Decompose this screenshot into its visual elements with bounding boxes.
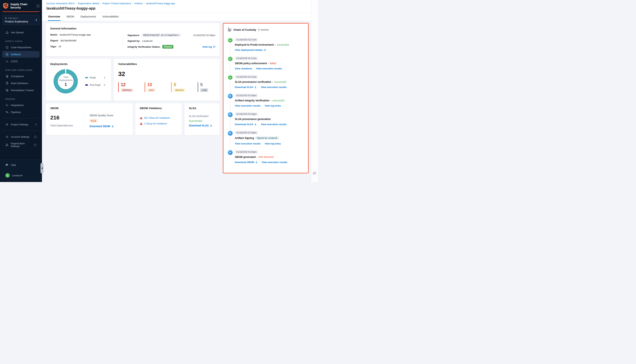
legend-value: 1 xyxy=(104,76,105,79)
view-execution-results-link[interactable]: View execution results xyxy=(262,161,288,164)
view-deployment-details-link[interactable]: View deployment details xyxy=(235,48,266,51)
sidebar-item-remediation-tracker[interactable]: Remediation Tracker xyxy=(2,87,40,94)
tabs-bar: Overview SBOM Deployments Vulnerabilitie… xyxy=(42,13,311,21)
view-execution-results-link[interactable]: View execution results xyxy=(256,67,282,70)
sidebar-item-project-settings[interactable]: ⚙ Project Settings xyxy=(2,121,40,128)
app-title: Supply Chain Security xyxy=(10,2,35,9)
event-status: successful xyxy=(274,80,286,83)
breadcrumb-separator: › xyxy=(132,2,133,5)
severity-high: 10 HIGH xyxy=(145,82,162,92)
clipboard-check-icon xyxy=(5,82,9,85)
breadcrumb-organization[interactable]: Organization: default xyxy=(78,2,99,5)
view-execution-results-link[interactable]: View execution results xyxy=(261,86,286,88)
signed-by-chip: Signed by Lavakush xyxy=(255,136,279,140)
panel-title: Chain of Custody xyxy=(233,28,256,31)
download-slsa-link[interactable]: Download SLSA xyxy=(189,124,215,127)
sidebar-item-compliance[interactable]: Compliance xyxy=(2,73,40,80)
sidebar-item-integrations[interactable]: Integrations xyxy=(2,102,40,108)
download-slsa-link[interactable]: Download SLSA xyxy=(235,86,257,88)
event-timestamp: 01/16/2025 03:25pm xyxy=(235,150,258,154)
event-timestamp: 01/16/2025 03:27pm xyxy=(235,38,258,42)
sidebar-collapse-handle[interactable] xyxy=(40,163,44,174)
sidebar-item-pipelines[interactable]: Pipelines xyxy=(2,109,40,116)
organization-icon xyxy=(5,143,8,146)
deny-list-violations-link[interactable]: 2 Deny list Violations xyxy=(144,122,167,125)
card-title: General Information xyxy=(50,27,215,30)
sidebar-item-help[interactable]: ? Help xyxy=(2,162,40,168)
download-slsa-link[interactable]: Download SLSA xyxy=(235,123,257,126)
view-execution-results-link[interactable]: View execution results xyxy=(235,104,260,107)
timeline-event: 01/16/2025 03:26pm Artifact Integrity Ve… xyxy=(228,94,304,112)
event-timestamp: 01/16/2025 03:26pm xyxy=(235,94,258,97)
name-label: Name: xyxy=(50,33,58,36)
user-menu[interactable]: L Lavakush xyxy=(2,172,40,179)
sidebar-item-artifacts[interactable]: Artifacts xyxy=(2,51,40,58)
tags-value: v5 xyxy=(58,45,61,48)
project-selector[interactable]: PROJECT Product Exploratory xyxy=(2,15,40,25)
total-dependencies-label: Total Dependencies xyxy=(50,124,84,127)
right-rail xyxy=(311,0,318,182)
code-repository-icon xyxy=(5,46,9,49)
download-sbom-link[interactable]: Download SBOM xyxy=(90,125,128,128)
legend-item-pre-prod: Pre Prod 0 xyxy=(85,84,105,86)
sidebar-item-get-started[interactable]: Get Started xyxy=(2,29,40,36)
sidebar-item-account-settings[interactable]: Account Settings ⓘ xyxy=(2,134,40,140)
sidebar-item-cicd[interactable]: ∞ CI/CD xyxy=(2,58,40,64)
download-icon xyxy=(254,86,257,88)
event-timeline: ∞ 01/16/2025 03:27pm Deployed to Prod2 e… xyxy=(228,38,304,169)
breadcrumb-project[interactable]: Project: Product Exploratory xyxy=(102,2,131,5)
legend-label: Pre Prod xyxy=(90,84,100,86)
info-icon: ⓘ xyxy=(34,144,36,146)
pre-prod-swatch xyxy=(85,84,88,86)
sidebar-item-organization-settings[interactable]: Organization Settings ⓘ xyxy=(2,140,40,149)
module-grid-icon[interactable] xyxy=(36,4,40,7)
view-execution-results-link[interactable]: View execution results xyxy=(261,123,286,126)
view-violations-link[interactable]: View violations xyxy=(235,67,252,70)
download-icon xyxy=(255,161,258,164)
brand-row: Supply Chain Security xyxy=(0,0,42,12)
prod-swatch xyxy=(85,77,88,78)
card-title: Vulnerabilities xyxy=(118,62,215,66)
integrations-icon xyxy=(5,104,9,107)
tab-sbom[interactable]: SBOM xyxy=(66,13,75,21)
view-execution-results-link[interactable]: View execution results xyxy=(235,142,260,145)
timeline-event: ∞ 01/16/2025 03:27pm SLSA provenance ver… xyxy=(228,75,304,94)
cicd-infinity-icon: ∞ xyxy=(5,60,9,63)
sidebar-item-code-repositories[interactable]: Code Repositories xyxy=(2,44,40,50)
user-name: Lavakush xyxy=(12,174,23,177)
tab-deployments[interactable]: Deployments xyxy=(80,13,96,21)
breadcrumb: Account: Automation-SSCA› Organization: … xyxy=(42,0,311,5)
card-title: SBOM Violations xyxy=(140,106,178,110)
breadcrumb-account[interactable]: Account: Automation-SSCA xyxy=(46,2,74,5)
warning-triangle-icon xyxy=(140,116,142,119)
timeline-event: 01/16/2025 03:25pm SBOM generated - drif… xyxy=(228,150,304,169)
digest-label: Digest: xyxy=(50,39,59,42)
supply-chain-security-logo-icon xyxy=(3,3,8,9)
deployment-stage-icon: ∞ xyxy=(228,75,232,80)
feedback-chat-icon[interactable] xyxy=(313,171,316,175)
nav-section-manage: MANAGE xyxy=(2,98,40,100)
timeline-event: ∞ 01/16/2025 03:27pm SBOM policy enforce… xyxy=(228,56,304,75)
breadcrumb-artifacts[interactable]: Artifacts xyxy=(134,2,142,5)
sidebar-item-rule-definitions[interactable]: Rule Definitions xyxy=(2,80,40,86)
home-icon xyxy=(5,31,9,34)
tab-vulnerabilities[interactable]: Vulnerabilities xyxy=(102,13,119,21)
event-title: Artifact Signing xyxy=(235,136,254,140)
event-status: drift detected xyxy=(258,156,274,158)
scan-stage-icon xyxy=(228,131,232,136)
sidebar-item-label: Pipelines xyxy=(11,111,21,114)
chain-of-custody-header: Chain of Custody (7 events) xyxy=(228,28,304,32)
sidebar-item-label: Account Settings xyxy=(11,136,30,138)
deployments-card: Deployments Total Deployments 1 xyxy=(46,58,111,101)
allow-list-violations-link[interactable]: 637 Allow list Violations xyxy=(144,116,170,119)
scan-stage-icon xyxy=(228,94,232,98)
view-log-link[interactable]: View log xyxy=(202,46,216,48)
critical-badge: CRITICAL xyxy=(121,88,134,92)
nav-section-supply-chain: SUPPLY CHAIN xyxy=(2,40,40,42)
tab-overview[interactable]: Overview xyxy=(48,13,60,21)
breadcrumb-artifact-name[interactable]: lavakush07/easy-buggy-app xyxy=(146,2,175,5)
view-log-entry-link[interactable]: View log entry xyxy=(265,104,281,107)
download-sbom-link[interactable]: Download SBOM xyxy=(235,161,258,164)
view-log-entry-link[interactable]: View log entry xyxy=(265,142,281,145)
signature-value[interactable]: MEQCICde2VjIT...bL+2+mqnOXw== xyxy=(142,33,181,37)
